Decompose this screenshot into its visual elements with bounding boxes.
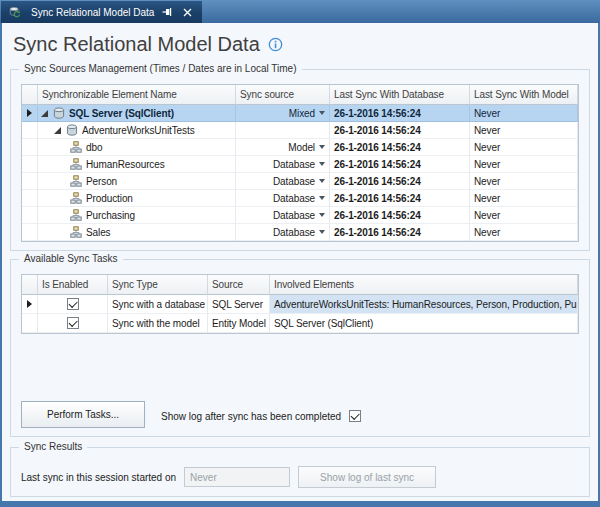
tab-bar: Sync Relational Model Data: [0, 0, 600, 23]
task-enabled-checkbox[interactable]: [67, 298, 79, 310]
table-row[interactable]: HumanResources Database 26-1-2016 14:56:…: [22, 156, 578, 173]
table-row[interactable]: AdventureWorksUnitTests 26-1-2016 14:56:…: [22, 122, 578, 139]
last-sync-db-cell: 26-1-2016 14:56:24: [330, 173, 470, 190]
selected-row-arrow-icon: [27, 109, 32, 117]
group-title-sync-tasks: Available Sync Tasks: [19, 253, 123, 264]
last-sync-db-cell: 26-1-2016 14:56:24: [330, 122, 470, 139]
sync-results-row: Last sync in this session started on Nev…: [21, 466, 436, 488]
row-selector-cell: [22, 105, 38, 122]
last-sync-model-cell: Never: [470, 190, 578, 207]
element-name: HumanResources: [86, 159, 165, 170]
row-selector-cell: [22, 139, 38, 156]
last-sync-db-cell: 26-1-2016 14:56:24: [330, 190, 470, 207]
group-title-sync-results: Sync Results: [19, 441, 87, 452]
last-sync-db-cell: 26-1-2016 14:56:24: [330, 156, 470, 173]
sync-source-dropdown[interactable]: Model: [236, 139, 330, 156]
pin-icon[interactable]: [160, 5, 174, 19]
sync-source-value: Mixed: [289, 108, 315, 119]
page-content: Sync Relational Model Data Sync Sources …: [0, 23, 600, 507]
last-sync-model-cell: Never: [470, 173, 578, 190]
sync-type-cell: Sync with the model: [108, 314, 208, 333]
sync-source-value: Model: [288, 142, 315, 153]
info-icon[interactable]: [268, 37, 283, 52]
row-selector-cell: [22, 122, 38, 139]
perform-tasks-button[interactable]: Perform Tasks...: [21, 401, 145, 428]
page-header: Sync Relational Model Data: [13, 33, 283, 56]
task-enabled-checkbox[interactable]: [67, 317, 79, 329]
sync-source-value: Database: [273, 193, 315, 204]
column-header-element-name[interactable]: Synchronizable Element Name: [38, 85, 236, 105]
table-row[interactable]: Sales Database 26-1-2016 14:56:24 Never: [22, 224, 578, 241]
last-sync-value-field: Never: [184, 467, 290, 487]
last-sync-model-cell: Never: [470, 207, 578, 224]
schema-icon: [70, 226, 82, 238]
is-enabled-cell: [38, 314, 108, 333]
last-sync-label: Last sync in this session started on: [21, 472, 176, 483]
element-name: Production: [86, 193, 133, 204]
sync-source-dropdown[interactable]: Mixed: [236, 105, 330, 122]
column-header-sync-type[interactable]: Sync Type: [108, 275, 208, 295]
sync-source-dropdown[interactable]: Database: [236, 224, 330, 241]
table-row[interactable]: Production Database 26-1-2016 14:56:24 N…: [22, 190, 578, 207]
schema-icon: [70, 192, 82, 204]
last-sync-model-cell: Never: [470, 224, 578, 241]
sync-source-cell: [236, 122, 330, 139]
close-icon[interactable]: [180, 5, 194, 19]
table-row[interactable]: Sync with the model Entity Model SQL Ser…: [22, 314, 578, 333]
database-icon: [53, 107, 65, 119]
table-row[interactable]: dbo Model 26-1-2016 14:56:24 Never: [22, 139, 578, 156]
show-log-of-last-sync-button: Show log of last sync: [298, 466, 436, 488]
sync-source-value: Database: [273, 210, 315, 221]
show-log-label: Show log after sync has been completed: [161, 411, 341, 422]
table-row[interactable]: Purchasing Database 26-1-2016 14:56:24 N…: [22, 207, 578, 224]
source-cell: Entity Model: [208, 314, 270, 333]
involved-elements-cell: SQL Server (SqlClient): [270, 314, 578, 333]
last-sync-model-cell: Never: [470, 156, 578, 173]
show-log-checkbox[interactable]: [349, 410, 361, 422]
sync-model-data-icon: [9, 6, 21, 18]
tab-sync-relational-model-data[interactable]: Sync Relational Model Data: [1, 1, 202, 23]
element-name-cell: Sales: [38, 224, 236, 241]
dropdown-arrow-icon: [319, 179, 325, 183]
row-selector-cell: [22, 207, 38, 224]
involved-elements-cell: AdventureWorksUnitTests: HumanResources,…: [270, 295, 578, 314]
app-window: Sync Relational Model Data Sync Relation…: [0, 0, 600, 507]
dropdown-arrow-icon: [319, 230, 325, 234]
column-header-last-sync-db[interactable]: Last Sync With Database: [330, 85, 470, 105]
sync-source-value: Database: [273, 159, 315, 170]
table-row[interactable]: Person Database 26-1-2016 14:56:24 Never: [22, 173, 578, 190]
sync-source-dropdown[interactable]: Database: [236, 190, 330, 207]
sync-tasks-grid: Is Enabled Sync Type Source Involved Ele…: [21, 274, 579, 334]
table-row[interactable]: Sync with a database SQL Server Adventur…: [22, 295, 578, 314]
column-header-source[interactable]: Source: [208, 275, 270, 295]
table-row[interactable]: SQL Server (SqlClient) Mixed 26-1-2016 1…: [22, 105, 578, 122]
sync-source-dropdown[interactable]: Database: [236, 207, 330, 224]
dropdown-arrow-icon: [319, 196, 325, 200]
column-header-involved-elements[interactable]: Involved Elements: [270, 275, 578, 295]
element-name: dbo: [86, 142, 102, 153]
row-selector-cell: [22, 224, 38, 241]
last-sync-db-cell: 26-1-2016 14:56:24: [330, 224, 470, 241]
row-selector-cell: [22, 190, 38, 207]
last-sync-db-cell: 26-1-2016 14:56:24: [330, 207, 470, 224]
element-name: Sales: [86, 227, 111, 238]
row-selector-cell: [22, 314, 38, 333]
column-header-sync-source[interactable]: Sync source: [236, 85, 330, 105]
column-header-is-enabled[interactable]: Is Enabled: [38, 275, 108, 295]
sync-sources-group: Sync Sources Management (Times / Dates a…: [10, 69, 590, 251]
sync-source-dropdown[interactable]: Database: [236, 156, 330, 173]
element-name-cell: AdventureWorksUnitTests: [38, 122, 236, 139]
collapse-icon[interactable]: [54, 127, 61, 134]
element-name-cell: HumanResources: [38, 156, 236, 173]
dropdown-arrow-icon: [319, 111, 325, 115]
column-header-last-sync-model[interactable]: Last Sync With Model: [470, 85, 578, 105]
dropdown-arrow-icon: [319, 145, 325, 149]
element-name-cell: Production: [38, 190, 236, 207]
group-title-sync-sources: Sync Sources Management (Times / Dates a…: [19, 63, 302, 74]
tasks-grid-header: Is Enabled Sync Type Source Involved Ele…: [22, 275, 578, 295]
last-sync-model-cell: Never: [470, 122, 578, 139]
sync-source-dropdown[interactable]: Database: [236, 173, 330, 190]
collapse-icon[interactable]: [41, 110, 48, 117]
row-selector-header: [22, 85, 38, 105]
schema-icon: [70, 141, 82, 153]
